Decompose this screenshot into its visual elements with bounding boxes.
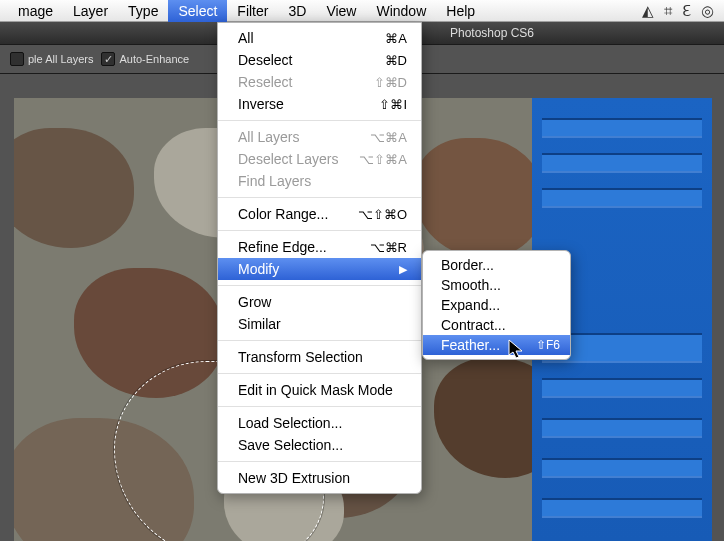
- menu-item-shortcut: ⌥⌘R: [370, 240, 407, 255]
- menu-item-deselect[interactable]: Deselect⌘D: [218, 49, 421, 71]
- checkbox-box: ✓: [101, 52, 115, 66]
- menu-item-all[interactable]: All⌘A: [218, 27, 421, 49]
- menu-item-similar[interactable]: Similar: [218, 313, 421, 335]
- menu-filter[interactable]: Filter: [227, 0, 278, 22]
- gdrive-icon[interactable]: ◭: [642, 2, 654, 20]
- menu-item-label: Save Selection...: [238, 437, 343, 453]
- menu-item-label: All: [238, 30, 254, 46]
- menu-item-new-3d-extrusion[interactable]: New 3D Extrusion: [218, 467, 421, 489]
- submenu-arrow-icon: ▶: [399, 263, 407, 276]
- submenu-item-contract[interactable]: Contract...: [423, 315, 570, 335]
- menu-item-refine-edge[interactable]: Refine Edge...⌥⌘R: [218, 236, 421, 258]
- menubar-tray: ◭ ⌗ ℇ ◎: [642, 2, 724, 20]
- menu-item-shortcut: ⌥⇧⌘O: [358, 207, 407, 222]
- submenu-item-shortcut: ⇧F6: [536, 338, 560, 352]
- sample-all-layers-checkbox[interactable]: ple All Layers: [10, 52, 93, 66]
- menu-window[interactable]: Window: [366, 0, 436, 22]
- dropbox-icon[interactable]: ⌗: [664, 2, 672, 20]
- menu-item-label: Modify: [238, 261, 279, 277]
- submenu-item-expand[interactable]: Expand...: [423, 295, 570, 315]
- menu-type[interactable]: Type: [118, 0, 168, 22]
- cc-icon[interactable]: ◎: [701, 2, 714, 20]
- system-menubar: mage Layer Type Select Filter 3D View Wi…: [0, 0, 724, 22]
- menu-separator: [218, 285, 421, 286]
- checkbox-box: [10, 52, 24, 66]
- submenu-item-label: Expand...: [441, 297, 500, 313]
- menu-item-shortcut: ⌘A: [385, 31, 407, 46]
- submenu-item-border[interactable]: Border...: [423, 255, 570, 275]
- menu-item-transform-selection[interactable]: Transform Selection: [218, 346, 421, 368]
- menu-image[interactable]: mage: [8, 0, 63, 22]
- submenu-item-label: Feather...: [441, 337, 500, 353]
- menu-separator: [218, 461, 421, 462]
- auto-enhance-checkbox[interactable]: ✓ Auto-Enhance: [101, 52, 189, 66]
- menu-item-load-selection[interactable]: Load Selection...: [218, 412, 421, 434]
- evernote-icon[interactable]: ℇ: [682, 2, 691, 20]
- checkbox-label: Auto-Enhance: [119, 53, 189, 65]
- menu-item-label: Find Layers: [238, 173, 311, 189]
- menu-help[interactable]: Help: [436, 0, 485, 22]
- menu-view[interactable]: View: [316, 0, 366, 22]
- menu-item-reselect: Reselect⇧⌘D: [218, 71, 421, 93]
- menu-item-label: Edit in Quick Mask Mode: [238, 382, 393, 398]
- menu-separator: [218, 373, 421, 374]
- menu-item-shortcut: ⇧⌘I: [379, 97, 407, 112]
- menu-item-label: Transform Selection: [238, 349, 363, 365]
- modify-submenu: Border...Smooth...Expand...Contract...Fe…: [422, 250, 571, 360]
- menu-separator: [218, 197, 421, 198]
- menu-item-shortcut: ⇧⌘D: [374, 75, 407, 90]
- submenu-item-label: Smooth...: [441, 277, 501, 293]
- menu-item-edit-in-quick-mask-mode[interactable]: Edit in Quick Mask Mode: [218, 379, 421, 401]
- menu-3d[interactable]: 3D: [278, 0, 316, 22]
- menu-separator: [218, 340, 421, 341]
- submenu-item-label: Contract...: [441, 317, 506, 333]
- select-menu-dropdown: All⌘ADeselect⌘DReselect⇧⌘DInverse⇧⌘IAll …: [217, 22, 422, 494]
- checkbox-label: ple All Layers: [28, 53, 93, 65]
- submenu-item-label: Border...: [441, 257, 494, 273]
- menu-item-shortcut: ⌘D: [385, 53, 407, 68]
- menu-item-label: Deselect Layers: [238, 151, 338, 167]
- menu-separator: [218, 120, 421, 121]
- menu-item-label: Color Range...: [238, 206, 328, 222]
- menu-separator: [218, 406, 421, 407]
- menu-item-color-range[interactable]: Color Range...⌥⇧⌘O: [218, 203, 421, 225]
- menu-item-shortcut: ⌥⌘A: [370, 130, 407, 145]
- menu-item-label: All Layers: [238, 129, 299, 145]
- menu-item-find-layers: Find Layers: [218, 170, 421, 192]
- menu-item-label: Similar: [238, 316, 281, 332]
- menu-select[interactable]: Select: [168, 0, 227, 22]
- menu-item-modify[interactable]: Modify▶: [218, 258, 421, 280]
- submenu-item-feather[interactable]: Feather...⇧F6: [423, 335, 570, 355]
- menu-item-label: Grow: [238, 294, 271, 310]
- menu-item-shortcut: ⌥⇧⌘A: [359, 152, 407, 167]
- menu-item-label: Inverse: [238, 96, 284, 112]
- menu-item-all-layers: All Layers⌥⌘A: [218, 126, 421, 148]
- menu-separator: [218, 230, 421, 231]
- submenu-item-smooth[interactable]: Smooth...: [423, 275, 570, 295]
- menu-item-save-selection[interactable]: Save Selection...: [218, 434, 421, 456]
- menu-item-label: Reselect: [238, 74, 292, 90]
- menu-item-label: Refine Edge...: [238, 239, 327, 255]
- menu-item-deselect-layers: Deselect Layers⌥⇧⌘A: [218, 148, 421, 170]
- menu-item-label: Load Selection...: [238, 415, 342, 431]
- menu-item-grow[interactable]: Grow: [218, 291, 421, 313]
- menu-item-label: Deselect: [238, 52, 292, 68]
- menu-layer[interactable]: Layer: [63, 0, 118, 22]
- menu-item-inverse[interactable]: Inverse⇧⌘I: [218, 93, 421, 115]
- menu-item-label: New 3D Extrusion: [238, 470, 350, 486]
